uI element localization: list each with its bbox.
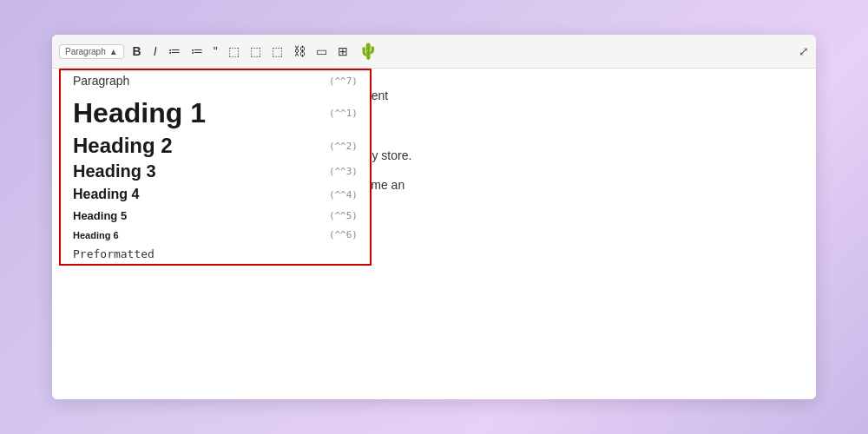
h1-shortcut: (^^1): [329, 108, 358, 119]
h5-shortcut: (^^5): [329, 210, 358, 221]
italic-button[interactable]: I: [150, 43, 161, 59]
h4-shortcut: (^^4): [329, 189, 358, 201]
ordered-list-icon[interactable]: ≔: [188, 43, 206, 60]
dropdown-item-h2[interactable]: Heading 2 (^^2): [61, 132, 370, 160]
h1-label: Heading 1: [73, 98, 206, 128]
dropdown-item-h4[interactable]: Heading 4 (^^4): [61, 183, 370, 206]
blockquote-icon[interactable]: ": [211, 43, 220, 60]
paragraph-shortcut: (^^7): [329, 76, 358, 87]
paragraph-label: Paragraph: [73, 74, 129, 88]
dropdown-item-h3[interactable]: Heading 3 (^^3): [61, 160, 370, 183]
link-icon[interactable]: ⛓: [291, 43, 308, 60]
dropdown-item-h5[interactable]: Heading 5 (^^5): [61, 206, 370, 226]
h3-shortcut: (^^3): [329, 166, 358, 177]
h2-shortcut: (^^2): [329, 141, 358, 152]
dropdown-item-h1[interactable]: Heading 1 (^^1): [61, 91, 370, 132]
bold-button[interactable]: B: [129, 43, 145, 59]
dropdown-item-preformatted[interactable]: Preformatted: [61, 244, 370, 264]
cactus-icon[interactable]: 🌵: [356, 40, 380, 62]
h6-label: Heading 6: [73, 230, 119, 240]
align-center-icon[interactable]: ⬚: [247, 43, 264, 60]
align-right-icon[interactable]: ⬚: [269, 43, 286, 60]
h5-label: Heading 5: [73, 209, 127, 222]
bullet-list-icon[interactable]: ≔: [166, 43, 183, 60]
arrow-icon: ▲: [109, 47, 118, 56]
table-icon[interactable]: ⊞: [335, 43, 351, 60]
toolbar: Paragraph ▲ B I ≔ ≔ " ⬚ ⬚ ⬚ ⛓ ▭ ⊞ 🌵 ⤢: [52, 35, 816, 69]
h2-label: Heading 2: [73, 134, 173, 158]
dropdown-item-paragraph[interactable]: Paragraph (^^7): [61, 70, 370, 91]
h6-shortcut: (^^6): [329, 229, 358, 240]
preformatted-label: Preformatted: [73, 247, 155, 260]
fullscreen-icon[interactable]: ⤢: [799, 44, 809, 58]
h3-label: Heading 3: [73, 161, 156, 181]
editor-window: Paragraph ▲ B I ≔ ≔ " ⬚ ⬚ ⬚ ⛓ ▭ ⊞ 🌵 ⤢ Pa…: [52, 35, 816, 399]
format-dropdown: Paragraph (^^7) Heading 1 (^^1) Heading …: [59, 69, 372, 266]
paragraph-select[interactable]: Paragraph ▲: [59, 44, 124, 59]
dropdown-item-h6[interactable]: Heading 6 (^^6): [61, 226, 370, 244]
h4-label: Heading 4: [73, 187, 139, 202]
editor-body: Paragraph (^^7) Heading 1 (^^1) Heading …: [52, 69, 816, 399]
image-icon[interactable]: ▭: [313, 43, 330, 60]
paragraph-select-label: Paragraph: [65, 47, 106, 56]
align-left-icon[interactable]: ⬚: [226, 43, 242, 60]
